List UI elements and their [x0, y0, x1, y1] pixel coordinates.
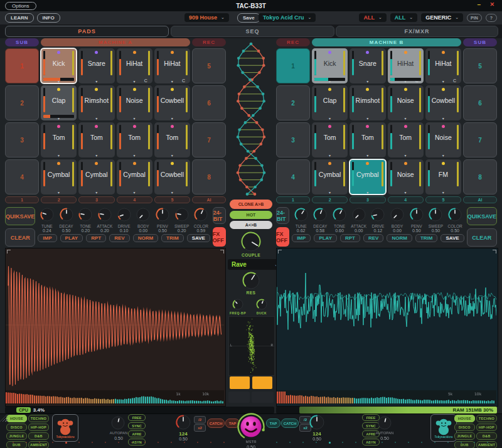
sub-pad-8[interactable]: 8 [463, 159, 497, 195]
sub-pad-1[interactable]: 1 [276, 48, 310, 83]
sub-pad-7[interactable]: 7 [463, 122, 497, 157]
knob-sweep-b[interactable]: SWEEP0.50 [428, 207, 444, 233]
knob-drive-a[interactable]: DRIVE0.10 [116, 207, 132, 233]
tab-seq[interactable]: SEQ [171, 26, 334, 37]
genre-button-d&b[interactable]: D&B [28, 432, 49, 440]
hot-button[interactable]: HOT [230, 211, 272, 219]
pad-kick-b[interactable]: Kick▾ [312, 48, 348, 83]
tempo-knob-right[interactable] [309, 414, 325, 433]
learn-button[interactable]: LEARN [5, 13, 34, 23]
master-knob[interactable] [237, 412, 265, 444]
pin-button[interactable]: PIN [467, 14, 482, 22]
sub-pad-7[interactable]: 7 [192, 122, 226, 157]
knob-tune-b[interactable]: TUNE0.62 [293, 207, 309, 233]
pad-hihat-b[interactable]: HiHat▾C [425, 48, 461, 83]
knob-tune-a[interactable]: TUNE0.24 [39, 207, 55, 233]
knob-penv-b[interactable]: PENV0.50 [409, 207, 424, 233]
res-knob[interactable] [242, 271, 260, 292]
pad-noise-b[interactable]: Noise▾ [388, 159, 424, 195]
pad-tom-b[interactable]: Tom▾ [350, 122, 385, 157]
genre-button-techno[interactable]: TECHNO [476, 415, 497, 422]
pad-cymbal-b[interactable]: Cymbal▾ [312, 159, 348, 195]
sub-pad-2[interactable]: 2 [276, 85, 310, 120]
play-button-a[interactable]: PLAY [60, 234, 83, 242]
genre-button-techno[interactable]: TECHNO [28, 415, 49, 422]
bank-button-5[interactable]: 5 [425, 196, 461, 203]
crossfade-pad-b[interactable] [252, 376, 272, 389]
genre-button-d&b[interactable]: D&B [476, 432, 497, 440]
pad-fm-b[interactable]: FM▾ [425, 159, 461, 195]
knob-sweep-a[interactable]: SWEEP0.20 [174, 207, 190, 233]
autopan-knob-right[interactable] [377, 415, 392, 433]
pad-clap-a[interactable]: Clap▾ [41, 85, 77, 120]
crossfade-pad-a[interactable] [230, 376, 250, 389]
rev-button-b[interactable]: REV [363, 234, 383, 242]
genre-button-disco[interactable]: DISCO [6, 424, 27, 431]
play-button-b[interactable]: PLAY [314, 234, 337, 242]
quiksave-button-a[interactable]: QUIKSAVE [5, 207, 35, 225]
bank-button-4[interactable]: 4 [388, 196, 424, 203]
clone-a-to-b-button[interactable]: CLONE A>B [230, 200, 272, 209]
close-icon[interactable]: ✕ [489, 1, 494, 8]
clear-button-b[interactable]: CLEAR [467, 228, 497, 247]
pad-tom-a[interactable]: Tom▾ [154, 122, 190, 157]
pad-cymbal-b[interactable]: Cymbal▾ [350, 159, 385, 195]
pad-noise-a[interactable]: Noise▾ [117, 85, 152, 120]
tap-button-right[interactable]: TAP [266, 419, 280, 428]
pad-clap-b[interactable]: Clap▾ [312, 85, 348, 120]
genre-button-jungle[interactable]: JUNGLE [6, 432, 27, 440]
bank-button-1[interactable]: 1 [276, 196, 310, 203]
preset-dropdown[interactable]: 909 House ⌄ [184, 13, 229, 22]
sync-mode-sync[interactable]: SYNC [128, 422, 146, 429]
catch-button-right[interactable]: CATCH [281, 419, 299, 428]
sync-mode-afre[interactable]: AFRE [128, 430, 146, 437]
filter-b-dropdown[interactable]: ALL⌄ [390, 13, 417, 22]
mapping-dropdown[interactable]: GENERIC⌄ [421, 13, 463, 22]
mode-dropdown[interactable]: Rave ⌄ [228, 259, 282, 270]
pad-cymbal-a[interactable]: Cymbal▾ [78, 159, 114, 195]
tab-pads[interactable]: PADS [5, 26, 169, 37]
bank-button-2[interactable]: 2 [312, 196, 348, 203]
sub-pad-6[interactable]: 6 [192, 85, 226, 120]
pad-rimshot-a[interactable]: Rimshot▾ [78, 85, 114, 120]
imp-button-a[interactable]: IMP [38, 234, 56, 242]
help-button[interactable]: ? [486, 14, 497, 22]
tab-fxmxr[interactable]: FX/MXR [336, 26, 498, 37]
knob-body-b[interactable]: BODY0.00 [390, 207, 405, 233]
bitdepth-button-b[interactable]: 24-BIT [276, 207, 289, 224]
bank-button-5[interactable]: 5 [154, 196, 190, 203]
clear-button-a[interactable]: CLEAR [5, 228, 35, 247]
knob-color-b[interactable]: COLOR0.50 [447, 207, 463, 233]
genre-button-jungle[interactable]: JUNGLE [454, 432, 475, 440]
genre-button-disco[interactable]: DISCO [454, 424, 475, 431]
genre-button-dub[interactable]: DUB [6, 441, 27, 448]
couple-knob[interactable] [240, 231, 262, 255]
tempo-double-left[interactable]: x2 [194, 424, 206, 432]
pad-hihat-b[interactable]: HiHat▾C [388, 48, 424, 83]
sub-pad-1[interactable]: 1 [5, 48, 39, 83]
pad-noise-b[interactable]: Noise▾ [388, 85, 424, 120]
pad-tom-a[interactable]: Tom▾ [41, 122, 77, 157]
filter-a-dropdown[interactable]: ALL⌄ [359, 13, 386, 22]
knob-attack-a[interactable]: ATTACK0.20 [97, 207, 112, 233]
save-button-b[interactable]: SAVE [441, 234, 464, 242]
pad-cowbell-b[interactable]: Cowbell▾ [425, 85, 461, 120]
save-button[interactable]: Save [237, 13, 260, 23]
trim-button-b[interactable]: TRIM [415, 234, 438, 242]
info-button[interactable]: INFO [37, 13, 60, 23]
norm-button-b[interactable]: NORM [387, 234, 412, 242]
pad-cowbell-a[interactable]: Cowbell▾ [154, 159, 190, 195]
knob-drive-b[interactable]: DRIVE0.12 [370, 207, 386, 233]
pad-cymbal-a[interactable]: Cymbal▾ [41, 159, 77, 195]
bitdepth-button-a[interactable]: 24-BIT [213, 207, 226, 224]
sub-pad-4[interactable]: 4 [5, 159, 39, 195]
pad-snare-b[interactable]: Snare▾ [350, 48, 385, 83]
sub-pad-3[interactable]: 3 [276, 122, 310, 157]
knob-tone-a[interactable]: TONE0.20 [78, 207, 93, 233]
sub-pad-3[interactable]: 3 [5, 122, 39, 157]
bank-dropdown[interactable]: Tokyo Acid Cru ⌄ [259, 13, 316, 22]
pad-tom-a[interactable]: Tom▾ [78, 122, 114, 157]
bank-button-ai[interactable]: AI [192, 196, 226, 203]
pad-snare-a[interactable]: Snare▾ [78, 48, 114, 83]
bank-button-3[interactable]: 3 [78, 196, 114, 203]
